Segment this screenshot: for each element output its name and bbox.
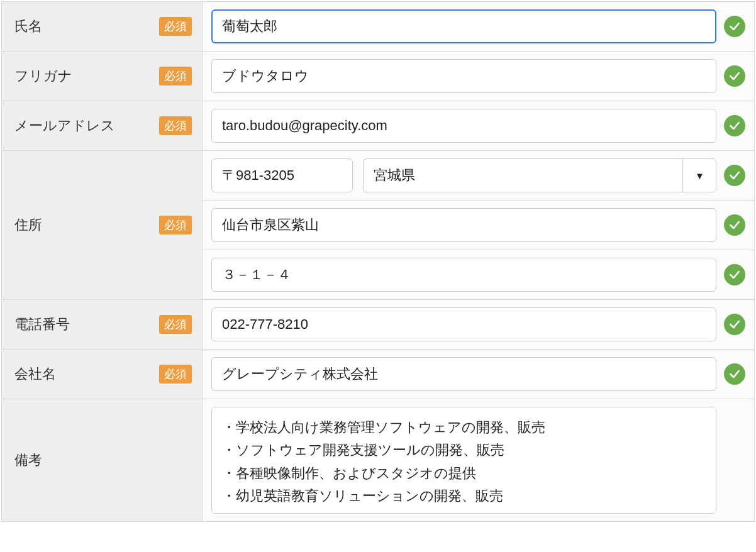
address-subrow-postal: ▼ — [203, 151, 754, 201]
row-phone: 電話番号 必須 — [1, 300, 755, 350]
label-cell-address: 住所 必須 — [1, 151, 203, 300]
required-badge: 必須 — [159, 67, 192, 86]
postal-input[interactable] — [211, 158, 353, 192]
required-badge: 必須 — [159, 17, 192, 36]
address-subrow-street — [203, 250, 754, 299]
input-cell-company — [203, 350, 755, 399]
input-cell-address: ▼ — [203, 151, 755, 300]
row-furigana: フリガナ 必須 — [1, 52, 755, 101]
label-cell-company: 会社名 必須 — [1, 350, 203, 399]
city-input[interactable] — [211, 208, 716, 242]
check-icon — [724, 65, 745, 87]
label-email: メールアドレス — [14, 116, 115, 135]
label-name: 氏名 — [14, 17, 42, 36]
street-input[interactable] — [211, 258, 716, 292]
notes-textarea[interactable] — [211, 407, 716, 514]
required-badge: 必須 — [159, 365, 192, 384]
label-phone: 電話番号 — [14, 315, 70, 334]
label-company: 会社名 — [14, 365, 56, 384]
input-cell-name — [203, 1, 755, 52]
label-cell-notes: 備考 — [1, 399, 203, 522]
label-cell-furigana: フリガナ 必須 — [1, 52, 203, 101]
check-icon — [724, 16, 745, 37]
input-cell-phone — [203, 300, 755, 350]
form-table: 氏名 必須 フリガナ 必須 メールアドレス 必須 住所 — [1, 1, 755, 522]
phone-input[interactable] — [211, 307, 716, 341]
label-cell-name: 氏名 必須 — [1, 1, 203, 52]
company-input[interactable] — [211, 357, 716, 391]
row-address: 住所 必須 ▼ — [1, 151, 755, 300]
check-icon — [724, 115, 745, 136]
required-badge: 必須 — [159, 216, 192, 235]
required-badge: 必須 — [159, 315, 192, 334]
name-input[interactable] — [211, 9, 716, 43]
check-icon — [724, 363, 745, 385]
furigana-input[interactable] — [211, 59, 716, 93]
label-furigana: フリガナ — [14, 67, 72, 86]
address-subrow-city — [203, 201, 754, 250]
check-icon — [724, 314, 745, 335]
input-cell-notes — [203, 399, 755, 522]
row-name: 氏名 必須 — [1, 1, 755, 52]
check-icon — [724, 214, 745, 236]
input-cell-furigana — [203, 52, 755, 101]
label-cell-email: メールアドレス 必須 — [1, 101, 203, 151]
row-company: 会社名 必須 — [1, 350, 755, 399]
prefecture-select-wrap: ▼ — [363, 158, 716, 192]
label-cell-phone: 電話番号 必須 — [1, 300, 203, 350]
label-address: 住所 — [14, 216, 42, 235]
prefecture-select[interactable] — [363, 158, 716, 192]
row-email: メールアドレス 必須 — [1, 101, 755, 151]
required-badge: 必須 — [159, 116, 192, 135]
input-cell-email — [203, 101, 755, 151]
check-icon — [724, 264, 745, 285]
row-notes: 備考 — [1, 399, 755, 522]
check-icon — [724, 165, 745, 186]
email-input[interactable] — [211, 109, 716, 143]
label-notes: 備考 — [14, 451, 42, 470]
